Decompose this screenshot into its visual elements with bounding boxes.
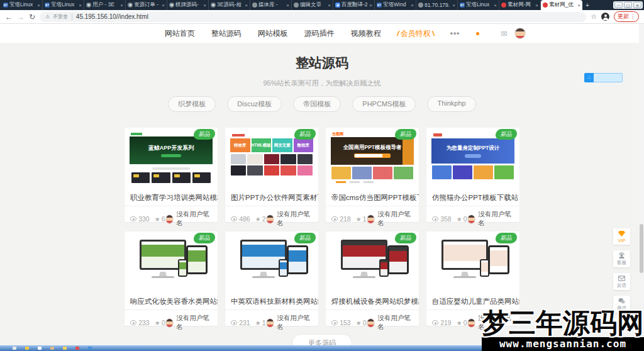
minimize-button[interactable]: ─ [614, 2, 623, 8]
reload-icon[interactable]: ↻ [29, 13, 35, 21]
tab-close-icon[interactable]: × [577, 3, 580, 8]
browser-tab-active[interactable]: 素材网_优× [541, 0, 582, 10]
card-title[interactable]: 焊接机械设备类网站织梦模板(带手机 [326, 293, 419, 310]
card-title[interactable]: 仿熊猫办公PPT模板下载站（带会员、 [426, 189, 519, 206]
template-card[interactable]: 新品 特效库 HTML模板 网页元素 教程库 图片PPT办公软件网页素材下载站平… [225, 128, 318, 222]
tab-close-icon[interactable]: × [286, 3, 289, 8]
url-box[interactable]: ⚠ 不安全 | 45.195.156.10//index.html [40, 12, 586, 22]
tab-close-icon[interactable]: × [328, 3, 331, 8]
template-card[interactable]: 新品 当图网 全国商用PPT模板领导者 帝国cms仿当图网PPT模板下载网站源码… [326, 128, 419, 222]
tab-close-icon[interactable]: × [37, 3, 40, 8]
filter-phpcms[interactable]: PHPCMS模板 [352, 96, 416, 112]
close-button[interactable]: ✕ [633, 2, 641, 8]
taskbar-app-icon[interactable] [63, 347, 67, 350]
taskbar-app-icon[interactable] [13, 347, 16, 350]
new-tab-button[interactable]: + [582, 0, 592, 10]
forward-icon[interactable]: → [17, 13, 25, 21]
card-author[interactable]: 没有用户笔名 [266, 210, 313, 228]
nav-item-templates[interactable]: 网站模板 [258, 28, 288, 39]
tab-close-icon[interactable]: × [203, 3, 206, 8]
card-stats: 153 ★0 没有用户笔名 [326, 310, 419, 335]
scrollbar-track[interactable] [639, 24, 644, 351]
extension-icon[interactable]: ∴ [584, 73, 594, 82]
filter-thinkphp[interactable]: Thinkphp [427, 96, 475, 112]
taskbar-app-icon[interactable] [38, 347, 42, 350]
card-author[interactable]: 没有用户笔名 [266, 314, 313, 332]
browser-menu-icon[interactable]: ⋮ [630, 14, 635, 20]
card-title[interactable]: 职业教育学习培训类网站模板（带手 [125, 189, 218, 206]
taskbar-app-icon[interactable] [50, 347, 54, 350]
tab-close-icon[interactable]: × [535, 3, 538, 8]
nav-item-plugins[interactable]: 源码插件 [304, 28, 335, 39]
author-avatar [165, 214, 174, 224]
taskbar-app-icon[interactable] [25, 347, 29, 350]
template-card[interactable]: 新品 蓝鲸APP开发系列 职业教育学习培训类网站模板（带手 330 ★6 没有用… [125, 128, 218, 222]
sucai-site-icon [501, 3, 506, 8]
browser-tab[interactable]: BT宝塔Linux× [1, 0, 43, 10]
browser-tab[interactable]: W用户 - 3E× [84, 0, 126, 10]
views-icon [231, 320, 237, 325]
tab-close-icon[interactable]: × [79, 3, 82, 8]
tab-title: 81.70.179. [425, 2, 451, 8]
user-avatar[interactable] [514, 28, 526, 39]
filter-diguo[interactable]: 帝国模板 [293, 96, 341, 112]
browser-tab[interactable]: BT宝塔Wind× [375, 0, 416, 10]
card-author[interactable]: 没有用户笔名 [367, 314, 413, 332]
tab-title: 素材网-网 [508, 1, 534, 9]
nav-item-vip[interactable]: 会员特权 [397, 28, 434, 39]
bookmark-star-icon[interactable]: ☆ [591, 13, 597, 21]
sidebar-feedback-button[interactable]: 反馈 [613, 273, 630, 290]
tab-close-icon[interactable]: × [452, 3, 455, 8]
tab-close-icon[interactable]: × [369, 3, 372, 8]
browser-tab[interactable]: BT宝塔Linux× [458, 0, 499, 10]
template-card[interactable]: 新品 焊接机械设备类网站织梦模板(带手机 153 ★0 没有用户笔名 [326, 231, 419, 326]
browser-tab[interactable]: W资源订单 -× [126, 0, 167, 10]
tab-close-icon[interactable]: × [120, 3, 123, 8]
extension-overlay-widget[interactable]: ∴ [584, 73, 623, 82]
tab-close-icon[interactable]: × [245, 3, 248, 8]
back-icon[interactable]: ← [5, 13, 13, 21]
browser-profile-icon[interactable] [601, 13, 609, 21]
card-author[interactable]: 没有用户笔名 [367, 210, 413, 228]
template-card[interactable]: 新品 中英双语科技新材料类网站织梦模板 231 ★1 没有用户笔名 [225, 231, 318, 326]
card-author[interactable]: 没有用户笔名 [165, 210, 212, 228]
tab-close-icon[interactable]: × [162, 3, 165, 8]
nav-more-menu[interactable]: ••• [450, 29, 460, 38]
browser-tab[interactable]: BT宝塔Linux× [43, 0, 84, 10]
views-icon [432, 320, 438, 325]
browser-tab[interactable]: 译百度翻译-2× [333, 0, 375, 10]
browser-tab[interactable]: 媒体库 -× [250, 0, 292, 10]
filter-zhimeng[interactable]: 织梦模板 [168, 96, 216, 112]
template-card[interactable]: 新品 响应式化妆美容香水类网站织梦模板 233 ★0 没有用户笔名 [125, 231, 218, 326]
browser-tab[interactable]: W棋牌源码-× [167, 0, 209, 10]
card-title[interactable]: 帝国cms仿当图网PPT模板下载网站源码 [326, 189, 419, 206]
browser-tab[interactable]: 素材网-网× [499, 0, 541, 10]
tab-close-icon[interactable]: × [411, 3, 414, 8]
tab-close-icon[interactable]: × [494, 3, 497, 8]
nav-item-home[interactable]: 网站首页 [165, 28, 195, 39]
sidebar-service-button[interactable]: 客服 [613, 250, 630, 267]
card-title[interactable]: 图片PPT办公软件网页素材下载站平台 [225, 189, 318, 206]
nav-item-video[interactable]: 视频教程 [351, 28, 381, 39]
browser-tab[interactable]: W3E源码-相× [209, 0, 250, 10]
taskbar-app-icon[interactable] [88, 347, 92, 350]
scrollbar-thumb[interactable] [640, 224, 643, 273]
message-envelope-icon[interactable]: ✉ [501, 29, 508, 38]
vip-deco-icon [431, 31, 435, 36]
browser-tab[interactable]: 编辑文章× [292, 0, 333, 10]
card-author[interactable]: 没有用户笔名 [467, 210, 514, 228]
taskbar-app-icon[interactable] [75, 347, 79, 350]
sucai-site-icon [543, 3, 548, 8]
thumb-banner-text: 为您量身定制PPT设计 [447, 145, 500, 152]
nav-item-source[interactable]: 整站源码 [211, 28, 242, 39]
wordpress-icon: W [211, 3, 216, 8]
card-author[interactable]: 没有用户笔名 [165, 314, 212, 332]
browser-tab[interactable]: 81.70.179.× [416, 0, 458, 10]
card-title[interactable]: 中英双语科技新材料类网站织梦模板 [225, 293, 318, 310]
chrome-update-button[interactable]: 更新 ⋮ [614, 11, 639, 22]
sidebar-vip-button[interactable]: VIP [613, 228, 630, 245]
template-card[interactable]: 新品 为您量身定制PPT设计 仿熊猫办公PPT模板下载站（带会员、 358 ★0… [426, 128, 519, 222]
card-title[interactable]: 响应式化妆美容香水类网站织梦模板 [125, 293, 218, 310]
maximize-button[interactable]: ▢ [624, 2, 632, 8]
filter-discuz[interactable]: Discuz模板 [227, 96, 282, 112]
